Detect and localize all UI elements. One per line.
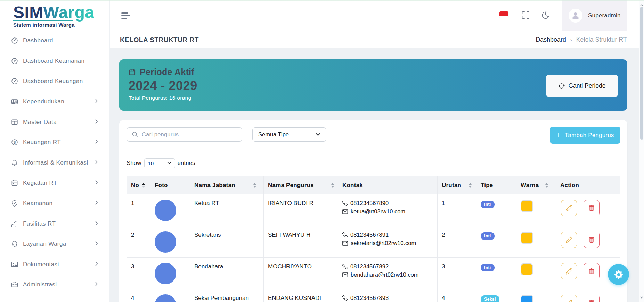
svg-text:$: $ [14,140,16,144]
